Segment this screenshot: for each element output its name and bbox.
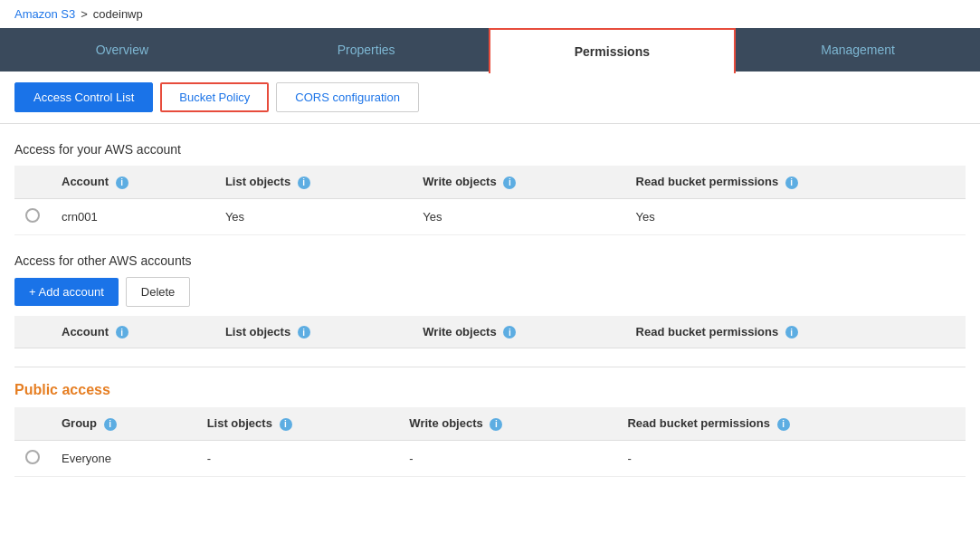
col-write-objects-header: Write objects i <box>412 166 624 198</box>
aws-account-section-title: Access for your AWS account <box>14 142 966 157</box>
pub-col-list-objects-header: List objects i <box>196 407 399 440</box>
tab-overview[interactable]: Overview <box>0 28 244 72</box>
col-read-bucket-header: Read bucket permissions i <box>625 166 966 198</box>
other-col-radio <box>14 316 51 348</box>
tab-permissions[interactable]: Permissions <box>489 28 737 73</box>
other-list-objects-info-icon[interactable]: i <box>298 326 310 338</box>
pub-group-info-icon[interactable]: i <box>104 418 117 431</box>
other-accounts-actions: + Add account Delete <box>14 277 966 307</box>
cell-pub-read-bucket: - <box>616 440 966 476</box>
cell-pub-write-objects: - <box>398 440 616 476</box>
other-col-read-bucket-header: Read bucket permissions i <box>625 316 966 348</box>
breadcrumb-current: codeinwp <box>93 7 143 21</box>
account-info-icon[interactable]: i <box>116 176 128 189</box>
read-bucket-info-icon[interactable]: i <box>785 176 798 189</box>
aws-account-table: Account i List objects i Write objects i… <box>14 166 966 235</box>
other-accounts-table: Account i List objects i Write objects i… <box>14 316 966 349</box>
write-objects-info-icon[interactable]: i <box>503 176 516 189</box>
cell-write-objects: Yes <box>412 198 624 234</box>
add-account-button[interactable]: + Add account <box>14 278 119 306</box>
cell-group: Everyone <box>51 440 196 476</box>
table-row: Everyone - - - <box>14 440 966 476</box>
cors-config-button[interactable]: CORS configuration <box>276 82 419 112</box>
public-access-section-title: Public access <box>14 382 966 398</box>
pub-col-write-objects-header: Write objects i <box>398 407 616 440</box>
acl-button[interactable]: Access Control List <box>14 82 153 112</box>
section-divider <box>14 367 966 367</box>
cell-pub-list-objects: - <box>196 440 399 476</box>
col-list-objects-header: List objects i <box>214 166 412 198</box>
pub-write-objects-info-icon[interactable]: i <box>490 418 502 431</box>
pub-read-bucket-info-icon[interactable]: i <box>777 418 790 431</box>
sub-navigation: Access Control List Bucket Policy CORS c… <box>0 72 980 124</box>
row-radio-btn[interactable] <box>25 208 40 223</box>
pub-row-radio-btn[interactable] <box>25 450 40 464</box>
other-accounts-section-title: Access for other AWS accounts <box>14 253 966 268</box>
tab-properties[interactable]: Properties <box>244 28 489 72</box>
cell-list-objects: Yes <box>214 198 412 234</box>
col-account-header: Account i <box>51 166 214 198</box>
public-access-tbody: Everyone - - - <box>14 440 966 476</box>
cell-account: crn001 <box>51 198 214 234</box>
tab-management[interactable]: Management <box>736 28 980 72</box>
other-write-objects-info-icon[interactable]: i <box>503 326 516 338</box>
breadcrumb: Amazon S3 > codeinwp <box>0 0 980 28</box>
other-col-write-objects-header: Write objects i <box>412 316 624 348</box>
breadcrumb-separator: > <box>81 7 88 21</box>
pub-list-objects-info-icon[interactable]: i <box>280 418 292 431</box>
pub-col-radio <box>14 407 51 440</box>
content-area: Access for your AWS account Account i Li… <box>0 124 980 510</box>
public-access-table: Group i List objects i Write objects i R… <box>14 407 966 477</box>
other-col-list-objects-header: List objects i <box>214 316 412 348</box>
cell-read-bucket: Yes <box>625 198 966 234</box>
main-tabs: Overview Properties Permissions Manageme… <box>0 28 980 72</box>
other-col-account-header: Account i <box>51 316 214 348</box>
bucket-policy-button[interactable]: Bucket Policy <box>160 82 269 112</box>
pub-col-group-header: Group i <box>51 407 196 440</box>
breadcrumb-parent-link[interactable]: Amazon S3 <box>14 7 75 21</box>
other-read-bucket-info-icon[interactable]: i <box>785 326 798 338</box>
other-account-info-icon[interactable]: i <box>116 326 128 338</box>
col-radio <box>14 166 51 198</box>
table-row: crn001 Yes Yes Yes <box>14 198 966 234</box>
list-objects-info-icon[interactable]: i <box>298 176 310 189</box>
delete-button[interactable]: Delete <box>126 277 191 307</box>
pub-col-read-bucket-header: Read bucket permissions i <box>616 407 966 440</box>
